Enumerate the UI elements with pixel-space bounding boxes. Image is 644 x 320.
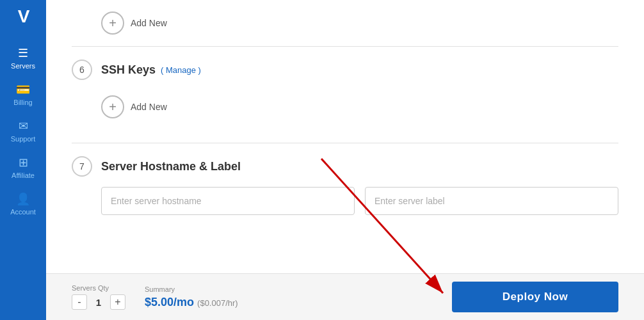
ssh-keys-add-new-button[interactable]: + Add New: [101, 90, 618, 124]
previous-add-new-button[interactable]: + Add New: [101, 6, 618, 40]
bottom-bar: Servers Qty - 1 + Summary $5.00/mo ($0.0…: [46, 273, 644, 320]
sidebar-item-servers[interactable]: ☰ Servers: [0, 40, 46, 76]
hostname-header: 7 Server Hostname & Label: [72, 156, 618, 177]
quantity-container: Servers Qty - 1 +: [72, 284, 125, 310]
hostname-section: 7 Server Hostname & Label: [72, 156, 618, 215]
summary-price-row: $5.00/mo ($0.007/hr): [145, 296, 238, 309]
section-divider-2: [72, 143, 618, 143]
sidebar: V ☰ Servers 💳 Billing ✉ Support ⊞ Affili…: [0, 0, 46, 320]
deploy-now-button[interactable]: Deploy Now: [452, 282, 618, 312]
ssh-keys-title: SSH Keys: [101, 63, 156, 77]
sidebar-item-billing[interactable]: 💳 Billing: [0, 76, 46, 113]
section-divider: [72, 46, 618, 47]
content-area: + Add New 6 SSH Keys ( Manage ) + Add Ne…: [46, 0, 644, 273]
price-unit: /mo: [173, 296, 194, 308]
sidebar-item-label: Affiliate: [12, 172, 35, 179]
ssh-add-new-label: Add New: [131, 102, 167, 112]
sidebar-item-affiliate[interactable]: ⊞ Affiliate: [0, 149, 46, 186]
sidebar-item-support[interactable]: ✉ Support: [0, 113, 46, 149]
ssh-keys-section: 6 SSH Keys ( Manage ) + Add New: [72, 60, 618, 124]
sidebar-item-label: Account: [10, 208, 36, 216]
hostname-title: Server Hostname & Label: [101, 160, 241, 173]
bottom-left-info: Servers Qty - 1 + Summary $5.00/mo ($0.0…: [72, 284, 238, 310]
section-number-6: 6: [72, 60, 92, 80]
qty-plus-button[interactable]: +: [110, 294, 125, 310]
hostname-input-row: [101, 187, 618, 215]
previous-add-new-label: Add New: [131, 18, 167, 28]
qty-minus-button[interactable]: -: [72, 294, 87, 310]
main-content: + Add New 6 SSH Keys ( Manage ) + Add Ne…: [46, 0, 644, 320]
section-number-7: 7: [72, 156, 92, 177]
sidebar-logo: V: [18, 6, 29, 27]
qty-control: - 1 +: [72, 294, 125, 310]
add-new-circle-icon: +: [101, 12, 124, 35]
qty-label: Servers Qty: [72, 284, 125, 292]
qty-value: 1: [92, 297, 105, 308]
manage-link[interactable]: ( Manage ): [161, 65, 201, 75]
ssh-keys-header: 6 SSH Keys ( Manage ): [72, 60, 618, 80]
sidebar-item-label: Support: [11, 135, 36, 143]
price-hr: ($0.007/hr): [197, 298, 238, 308]
sidebar-item-label: Billing: [13, 99, 32, 106]
server-hostname-input[interactable]: [101, 187, 355, 215]
summary-label: Summary: [145, 285, 238, 293]
sidebar-item-account[interactable]: 👤 Account: [0, 186, 46, 222]
add-new-ssh-icon: +: [101, 95, 124, 118]
billing-icon: 💳: [16, 83, 30, 97]
summary-price: $5.00/mo ($0.007/hr): [145, 296, 238, 308]
affiliate-icon: ⊞: [19, 156, 28, 170]
servers-icon: ☰: [18, 46, 28, 60]
summary-container: Summary $5.00/mo ($0.007/hr): [145, 285, 238, 309]
server-label-input[interactable]: [365, 187, 618, 215]
account-icon: 👤: [16, 192, 30, 206]
sidebar-item-label: Servers: [11, 62, 35, 70]
support-icon: ✉: [19, 119, 28, 133]
